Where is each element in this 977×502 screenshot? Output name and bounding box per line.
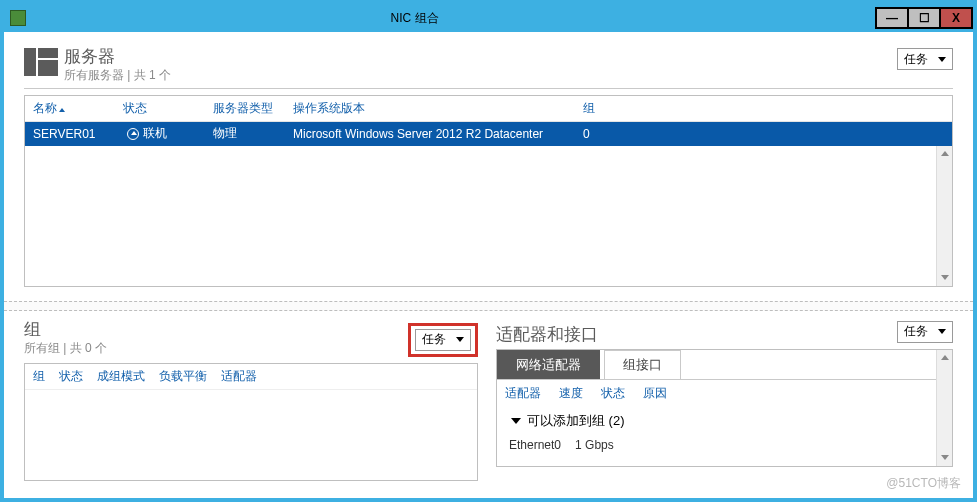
servers-grid: 名称 状态 服务器类型 操作系统版本 组 SERVER01 联机 物理 Micr… [24, 95, 953, 287]
online-icon [127, 128, 139, 140]
servers-task-button[interactable]: 任务 [897, 48, 953, 70]
tab-team-interfaces[interactable]: 组接口 [604, 350, 681, 379]
addable-group-row[interactable]: 可以添加到组 (2) [505, 408, 944, 434]
col-mode[interactable]: 成组模式 [97, 368, 145, 385]
cell-adapter: Ethernet0 [509, 438, 561, 452]
cell-name: SERVER01 [33, 127, 123, 141]
title-bar: NIC 组合 — ☐ X [4, 4, 973, 32]
col-adapter[interactable]: 适配器 [505, 385, 541, 402]
scroll-up-icon[interactable] [937, 146, 952, 162]
col-adapter[interactable]: 适配器 [221, 368, 257, 385]
col-status[interactable]: 状态 [123, 100, 213, 117]
groups-title: 组 [24, 321, 107, 338]
col-reason[interactable]: 原因 [643, 385, 667, 402]
col-status[interactable]: 状态 [59, 368, 83, 385]
expand-icon [511, 418, 521, 424]
task-label: 任务 [904, 323, 928, 340]
adapters-grid: 网络适配器 组接口 适配器 速度 状态 原因 可以添加到组 (2) [496, 349, 953, 467]
servers-icon [24, 48, 58, 76]
col-name[interactable]: 名称 [33, 100, 123, 117]
cell-os: Microsoft Windows Server 2012 R2 Datacen… [293, 127, 583, 141]
sort-asc-icon [59, 108, 65, 112]
chevron-down-icon [938, 329, 946, 334]
scroll-up-icon[interactable] [937, 350, 952, 366]
maximize-button[interactable]: ☐ [907, 7, 941, 29]
chevron-down-icon [456, 337, 464, 342]
col-status[interactable]: 状态 [601, 385, 625, 402]
server-row[interactable]: SERVER01 联机 物理 Microsoft Windows Server … [25, 122, 952, 146]
watermark: @51CTO博客 [886, 475, 961, 492]
cell-group: 0 [583, 127, 643, 141]
col-type[interactable]: 服务器类型 [213, 100, 293, 117]
task-label: 任务 [422, 331, 446, 348]
cell-speed: 1 Gbps [575, 438, 614, 452]
cell-status: 联机 [123, 125, 213, 142]
window-title: NIC 组合 [0, 10, 877, 27]
task-label: 任务 [904, 51, 928, 68]
tab-network-adapters[interactable]: 网络适配器 [497, 350, 600, 379]
scrollbar[interactable] [936, 350, 952, 466]
scrollbar[interactable] [936, 146, 952, 286]
groups-task-button[interactable]: 任务 [415, 329, 471, 351]
chevron-down-icon [938, 57, 946, 62]
cell-type: 物理 [213, 125, 293, 142]
col-os[interactable]: 操作系统版本 [293, 100, 583, 117]
minimize-button[interactable]: — [875, 7, 909, 29]
servers-subtitle: 所有服务器 | 共 1 个 [64, 67, 171, 84]
col-group[interactable]: 组 [583, 100, 643, 117]
groups-grid: 组 状态 成组模式 负载平衡 适配器 [24, 363, 478, 481]
adapter-row[interactable]: Ethernet0 1 Gbps [505, 434, 944, 456]
adapters-title: 适配器和接口 [496, 326, 598, 343]
scroll-down-icon[interactable] [937, 450, 952, 466]
panel-divider[interactable] [4, 301, 973, 311]
servers-title: 服务器 [64, 48, 171, 67]
addable-label: 可以添加到组 (2) [527, 412, 625, 430]
groups-subtitle: 所有组 | 共 0 个 [24, 340, 107, 357]
close-button[interactable]: X [939, 7, 973, 29]
col-speed[interactable]: 速度 [559, 385, 583, 402]
col-lb[interactable]: 负载平衡 [159, 368, 207, 385]
scroll-down-icon[interactable] [937, 270, 952, 286]
col-group[interactable]: 组 [33, 368, 45, 385]
adapters-task-button[interactable]: 任务 [897, 321, 953, 343]
groups-task-highlight: 任务 [408, 323, 478, 357]
window-frame: NIC 组合 — ☐ X 服务器 所有服务器 | 共 1 个 任务 名称 [0, 0, 977, 502]
servers-header: 服务器 所有服务器 | 共 1 个 任务 [24, 48, 953, 84]
